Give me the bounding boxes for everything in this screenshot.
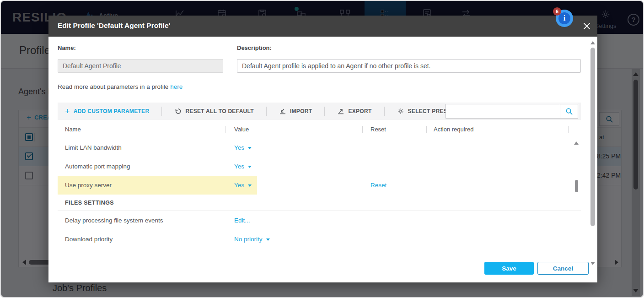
col-header-value: Value [234, 126, 249, 133]
chevron-down-icon [248, 166, 252, 168]
parameter-value-dropdown[interactable]: Yes [234, 163, 252, 170]
parameter-name: Limit LAN bandwidth [65, 144, 122, 151]
info-icon: i [558, 12, 570, 24]
column-divider [426, 126, 427, 133]
import-button[interactable]: IMPORT [279, 108, 312, 115]
column-divider [225, 126, 225, 133]
chevron-down-icon [266, 238, 270, 241]
cancel-button[interactable]: Cancel [537, 262, 589, 275]
edit-profile-modal: Edit Profile 'Default Agent Profile' Nam… [48, 16, 597, 282]
chevron-down-icon [248, 147, 252, 149]
column-divider [568, 126, 569, 133]
toolbar-divider [384, 107, 385, 116]
toolbar-divider [161, 107, 162, 116]
parameter-name: Download priority [65, 236, 113, 243]
undo-icon [174, 108, 182, 115]
import-icon [279, 108, 286, 115]
read-more-text: Read more about parameters in a profile … [58, 83, 182, 90]
table-scroll-thumb[interactable] [575, 180, 578, 192]
parameters-table-body: Limit LAN bandwidth Yes Automatic port m… [58, 138, 581, 253]
chevron-down-icon [248, 184, 252, 187]
plus-icon: + [65, 108, 70, 114]
parameters-table-header: Name Value Reset Action required [58, 121, 581, 138]
column-divider [362, 126, 363, 133]
parameter-name: Automatic port mapping [65, 163, 130, 170]
name-label: Name: [58, 44, 76, 51]
modal-scroll-thumb[interactable] [590, 48, 595, 226]
parameter-row: Automatic port mapping Yes [58, 157, 581, 176]
parameter-search-button[interactable] [560, 104, 578, 119]
description-field[interactable] [237, 59, 581, 73]
scroll-down-arrow-icon[interactable] [590, 262, 595, 265]
close-icon[interactable] [583, 22, 591, 30]
parameter-row: Delay processing file system events Edit… [58, 211, 581, 230]
modal-header: Edit Profile 'Default Agent Profile' [48, 16, 597, 37]
col-header-name: Name [65, 126, 81, 133]
parameter-row: Limit LAN bandwidth Yes [58, 138, 581, 157]
toolbar-divider [324, 107, 325, 116]
reset-parameter-link[interactable]: Reset [370, 182, 386, 189]
parameter-name: Use proxy server [65, 182, 112, 189]
modal-scrollbar[interactable] [590, 38, 596, 269]
scroll-up-arrow-icon[interactable] [574, 141, 579, 145]
parameter-search-input[interactable] [445, 104, 560, 119]
files-settings-section-header: FILES SETTINGS [58, 195, 581, 211]
add-custom-parameter-button[interactable]: + ADD CUSTOM PARAMETER [65, 108, 149, 114]
col-header-reset: Reset [370, 126, 386, 133]
parameter-value-dropdown[interactable]: Yes [234, 144, 252, 151]
modal-title: Edit Profile 'Default Agent Profile' [58, 22, 170, 30]
gear-icon [397, 108, 404, 115]
save-button[interactable]: Save [484, 262, 534, 275]
parameter-edit-link[interactable]: Edit... [234, 217, 250, 224]
name-field[interactable] [58, 59, 223, 73]
parameter-value-dropdown[interactable]: No priority [234, 236, 270, 243]
parameter-name: Delay processing file system events [65, 217, 163, 224]
parameter-value-dropdown[interactable]: Yes [234, 182, 252, 189]
export-icon [337, 108, 344, 115]
parameter-search [445, 104, 578, 119]
description-label: Description: [237, 44, 272, 51]
table-scrollbar[interactable] [574, 141, 580, 251]
read-more-link[interactable]: here [170, 83, 182, 90]
parameters-toolbar: + ADD CUSTOM PARAMETER RESET ALL TO DEFA… [58, 103, 581, 120]
parameter-row: Download priority No priority [58, 230, 581, 249]
reset-all-button[interactable]: RESET ALL TO DEFAULT [174, 108, 254, 115]
scroll-up-arrow-icon[interactable] [590, 41, 595, 44]
search-icon [565, 108, 573, 115]
notification-badge: 6 [553, 7, 561, 16]
app-window: RESILIO Active [0, 0, 644, 298]
col-header-action: Action required [434, 126, 473, 133]
export-button[interactable]: EXPORT [337, 108, 371, 115]
parameter-row-highlighted: Use proxy server Yes Reset [58, 176, 581, 195]
toolbar-divider [266, 107, 267, 116]
